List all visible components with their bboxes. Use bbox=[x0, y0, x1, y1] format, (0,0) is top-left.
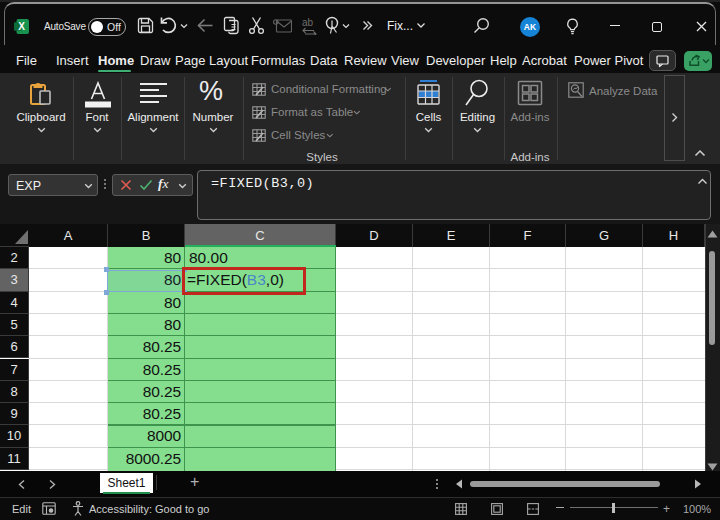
svg-text:ab: ab bbox=[302, 17, 314, 28]
svg-text:X: X bbox=[18, 21, 25, 32]
